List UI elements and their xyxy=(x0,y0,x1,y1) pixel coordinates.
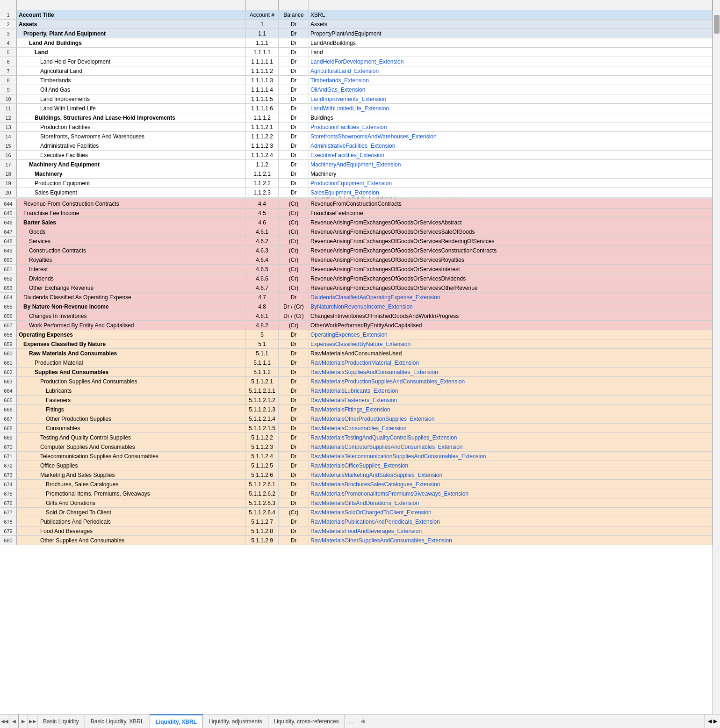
table-row[interactable]: 16Executive Facilities1.1.1.2.4DrExecuti… xyxy=(0,151,713,160)
table-row[interactable]: 19Production Equipment1.1.2.2DrProductio… xyxy=(0,179,713,188)
table-row[interactable]: 647Goods4.6.1(Cr)RevenueArisingFromExcha… xyxy=(0,227,713,237)
table-row[interactable]: 9Oil And Gas1.1.1.1.4DrOilAndGas_Extensi… xyxy=(0,85,713,94)
row-number: 678 xyxy=(0,517,17,526)
table-row[interactable]: 659Expenses Classified By Nature5.1DrExp… xyxy=(0,339,713,349)
table-row[interactable]: 658Operating Expenses5DrOperatingExpense… xyxy=(0,330,713,339)
cell-account-title: Services xyxy=(17,237,246,245)
cell-account-number: 1.1.1.2.4 xyxy=(246,151,279,159)
table-row[interactable]: 651Interest4.6.5(Cr)RevenueArisingFromEx… xyxy=(0,265,713,274)
table-row[interactable]: 644Revenue From Construction Contracts4.… xyxy=(0,199,713,209)
table-row[interactable]: 664Lubricants5.1.1.2.1.1DrRawMaterialsLu… xyxy=(0,386,713,396)
cell-account-title: Land xyxy=(17,48,246,57)
table-row[interactable]: 674Brochures, Sales Catalogues5.1.1.2.6.… xyxy=(0,480,713,489)
tab-liquidity-xbrl[interactable]: Liquidity, XBRL xyxy=(150,714,203,728)
cell-balance: Dr xyxy=(279,76,309,85)
cell-account-number: 1.1.1.1.6 xyxy=(246,104,279,113)
scrollbar-thumb[interactable] xyxy=(714,15,720,34)
table-row[interactable]: 665Fasteners5.1.1.2.1.2DrRawMaterialsFas… xyxy=(0,396,713,405)
cell-balance: Dr xyxy=(279,57,309,66)
cell-account-title: Production Material xyxy=(17,358,246,367)
view-nav-prev[interactable]: ◀ xyxy=(708,718,712,724)
cell-balance: Dr xyxy=(279,498,309,507)
table-row[interactable]: 679Food And Beverages5.1.1.2.8DrRawMater… xyxy=(0,526,713,536)
tab-nav-last[interactable]: ▶▶ xyxy=(28,714,37,728)
table-row[interactable]: 2Assets1DrAssets xyxy=(0,20,713,29)
cell-account-title: Oil And Gas xyxy=(17,85,246,94)
table-row[interactable]: 672Office Supplies5.1.1.2.5DrRawMaterial… xyxy=(0,461,713,470)
row-number: 10 xyxy=(0,94,17,103)
vertical-scrollbar[interactable] xyxy=(713,10,720,714)
table-row[interactable]: 662Supplies And Consumables5.1.1.2DrRawM… xyxy=(0,368,713,377)
tab-nav-prev[interactable]: ◀ xyxy=(9,714,19,728)
table-row[interactable]: 667Other Production Supplies5.1.1.2.1.4D… xyxy=(0,414,713,424)
cell-account-number: 1.1.1.1 xyxy=(246,48,279,57)
tab-nav-next[interactable]: ▶ xyxy=(19,714,28,728)
table-row[interactable]: 653Other Exchange Revenue4.6.7(Cr)Revenu… xyxy=(0,283,713,293)
table-row[interactable]: 7Agricultural Land1.1.1.1.2DrAgricultura… xyxy=(0,66,713,76)
cell-account-number: 4.6.1 xyxy=(246,227,279,236)
col-header-b[interactable] xyxy=(246,0,279,10)
cell-balance: Dr xyxy=(279,433,309,442)
tab-nav-first[interactable]: ◀◀ xyxy=(0,714,9,728)
cell-balance: Dr xyxy=(279,480,309,489)
tab-add[interactable]: ⊕ xyxy=(357,714,369,728)
table-row[interactable]: 15Administrative Facilities1.1.1.2.3DrAd… xyxy=(0,141,713,151)
table-row[interactable]: 645Franchise Fee Income4.5(Cr)FranchiseF… xyxy=(0,209,713,218)
cell-xbrl: LandAndBuildings xyxy=(309,38,713,47)
col-header-a[interactable] xyxy=(17,0,246,10)
table-row[interactable]: 18Machinery1.1.2.1DrMachinery xyxy=(0,169,713,179)
table-row[interactable]: 675Promotional Items, Premiums, Giveaway… xyxy=(0,489,713,498)
table-row[interactable]: 649Construction Contracts4.6.3(Cr)Revenu… xyxy=(0,246,713,255)
col-header-c[interactable] xyxy=(279,0,309,10)
table-row[interactable]: 648Services4.6.2(Cr)RevenueArisingFromEx… xyxy=(0,237,713,246)
row-number: 15 xyxy=(0,141,17,150)
table-row[interactable]: 12Buildings, Structures And Lease-Hold I… xyxy=(0,113,713,123)
table-row[interactable]: 673Marketing And Sales Supplies5.1.1.2.6… xyxy=(0,470,713,480)
table-row[interactable]: 670Computer Supplies And Consumables5.1.… xyxy=(0,442,713,452)
table-row[interactable]: 6Land Held For Development1.1.1.1.1DrLan… xyxy=(0,57,713,66)
table-row[interactable]: 14Storefronts, Showrooms And Warehouses1… xyxy=(0,132,713,141)
table-row[interactable]: 17Machinery And Equipment1.1.2DrMachiner… xyxy=(0,160,713,169)
table-row[interactable]: 666Fittings5.1.1.2.1.3DrRawMaterialsFitt… xyxy=(0,405,713,414)
table-row[interactable]: 4Land And Buildings1.1.1DrLandAndBuildin… xyxy=(0,38,713,48)
cell-xbrl: OperatingExpenses_Extension xyxy=(309,330,713,339)
table-row[interactable]: 657Work Performed By Entity And Capitali… xyxy=(0,321,713,330)
table-row[interactable]: 669Testing And Quality Control Supplies5… xyxy=(0,433,713,442)
table-row[interactable]: 11Land With Limited Life1.1.1.1.6DrLandW… xyxy=(0,104,713,113)
table-row[interactable]: 660Raw Materials And Consumables5.1.1DrR… xyxy=(0,349,713,358)
table-row[interactable]: 1Account TitleAccount #BalanceXBRL xyxy=(0,10,713,20)
table-row[interactable]: 654Dividends Classified As Operating Exp… xyxy=(0,293,713,302)
table-row[interactable]: 668Consumables5.1.1.2.1.5DrRawMaterialsC… xyxy=(0,424,713,433)
table-row[interactable]: 13Production Facilities1.1.1.2.1DrProduc… xyxy=(0,123,713,132)
table-row[interactable]: 671Telecommunication Supplies And Consum… xyxy=(0,452,713,461)
table-row[interactable]: 650Royalties4.6.4(Cr)RevenueArisingFromE… xyxy=(0,255,713,265)
col-header-d[interactable] xyxy=(309,0,713,10)
cell-balance: Dr xyxy=(279,377,309,386)
tab-more[interactable]: ... xyxy=(345,714,357,728)
table-row[interactable]: 680Other Supplies And Consumables5.1.1.2… xyxy=(0,536,713,545)
table-row[interactable]: 678Publications And Periodicals5.1.1.2.7… xyxy=(0,517,713,526)
cell-account-number: 1.1.1.2.1 xyxy=(246,123,279,131)
table-row[interactable]: 652Dividends4.6.6(Cr)RevenueArisingFromE… xyxy=(0,274,713,283)
cell-account-number: 1.1.1.1.2 xyxy=(246,66,279,75)
table-row[interactable]: 656Changes In Inventories4.8.1Dr / (Cr)C… xyxy=(0,311,713,321)
table-row[interactable]: 661Production Material5.1.1.1DrRawMateri… xyxy=(0,358,713,368)
tab-liquidity-adjustments[interactable]: Liquidity, adjustments xyxy=(203,714,268,728)
table-row[interactable]: 8Timberlands1.1.1.1.3DrTimberlands_Exten… xyxy=(0,76,713,85)
table-row[interactable]: 663Production Supplies And Consumables5.… xyxy=(0,377,713,386)
cell-account-number: 5.1.1 xyxy=(246,349,279,358)
tab-basic-liquidity-xbrl[interactable]: Basic Liquidity, XBRL xyxy=(85,714,150,728)
table-row[interactable]: 646Barter Sales4.6(Cr)RevenueArisingFrom… xyxy=(0,218,713,227)
table-row[interactable]: 655By Nature Non-Revenue Income4.8Dr / (… xyxy=(0,302,713,311)
table-row[interactable]: 676Gifts And Donations5.1.1.2.6.3DrRawMa… xyxy=(0,498,713,508)
view-nav-next[interactable]: ▶ xyxy=(713,718,717,724)
cell-account-title: Operating Expenses xyxy=(17,330,246,339)
table-row[interactable]: 3Property, Plant And Equipment1.1DrPrope… xyxy=(0,29,713,38)
table-row[interactable]: 5Land1.1.1.1DrLand xyxy=(0,48,713,57)
tab-liquidity-cross-references[interactable]: Liquidity, cross-references xyxy=(268,714,345,728)
table-row[interactable]: 677Sold Or Charged To Client5.1.1.2.6.4(… xyxy=(0,508,713,517)
table-row[interactable]: 10Land Improvements1.1.1.1.5DrLandImprov… xyxy=(0,94,713,104)
cell-account-number: 4.7 xyxy=(246,293,279,302)
tab-basic-liquidity[interactable]: Basic Liquidity xyxy=(37,714,85,728)
cell-account-title: Sales Equipment xyxy=(17,188,246,197)
